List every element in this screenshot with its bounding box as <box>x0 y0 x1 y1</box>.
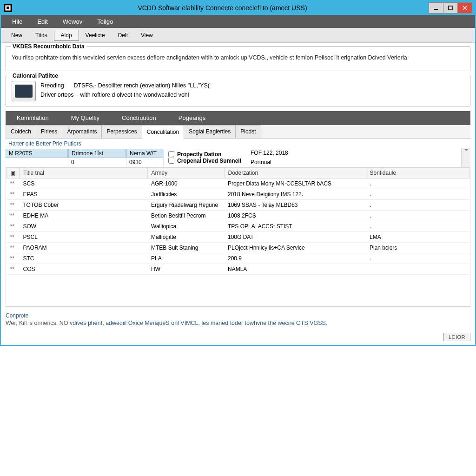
table-cell: Proper Diata Mony MN-CCESLTAR bACS <box>224 178 366 189</box>
group-recoumbobic-body: You riiso prohitate dom this wevicled se… <box>12 52 464 66</box>
table-cell: ** <box>7 253 20 264</box>
table-cell: ** <box>7 210 20 221</box>
table-cell: LMA <box>366 231 470 242</box>
table-row[interactable]: **CGSHWNAMLA <box>7 264 470 274</box>
chk-propectly[interactable] <box>168 151 174 157</box>
window-title: VCDD Softwar elability Connecte coneclef… <box>16 4 429 12</box>
filter-col3-value[interactable]: 0930 <box>126 158 163 166</box>
th-doderzation[interactable]: Doderzation <box>224 167 366 178</box>
maximize-button[interactable] <box>443 2 458 13</box>
table-cell: PSCL <box>20 231 148 242</box>
subtab-arpomatints[interactable]: Arpomatints <box>62 125 102 138</box>
secondary-tabs: Coldech Firiess Arpomatints Perpessices … <box>6 125 470 139</box>
table-cell: Ergury Riadelwarg Regune <box>147 199 224 210</box>
lcior-button[interactable]: LCIOR <box>443 333 470 341</box>
subtab-firiess[interactable]: Firiess <box>36 125 62 138</box>
subtab-coldech[interactable]: Coldech <box>6 125 36 138</box>
table-cell: . <box>366 210 470 221</box>
subtab-plodst[interactable]: Plodst <box>235 125 261 138</box>
tab-pogearigs[interactable]: Pogearigs <box>167 111 217 125</box>
table-cell: EDHE MA <box>20 210 148 221</box>
data-table: ▣ Title tnal Armey Doderzation Sonfidaul… <box>6 167 470 275</box>
vehicle-icon <box>12 81 36 101</box>
filter-col2-value[interactable]: 0 <box>68 158 126 166</box>
table-cell: STC <box>20 253 148 264</box>
footer-label: Conprote <box>6 312 470 319</box>
group-cationral-text: Rreoding DTSFS.- Desoiliter rench (eovel… <box>40 81 210 99</box>
table-cell: 100G DAT <box>224 231 366 242</box>
th-icon: ▣ <box>10 170 15 176</box>
table-cell: ** <box>7 242 20 253</box>
svg-rect-3 <box>449 6 452 10</box>
th-sonfidaule[interactable]: Sonfidaule <box>366 167 470 178</box>
table-cell: PAORAM <box>20 242 148 253</box>
cat-line1b: DTSFS.- Desoiliter rench (eovelation) Ni… <box>74 82 210 89</box>
subtab-sogial[interactable]: Sogial Eaglerties <box>184 125 236 138</box>
table-row[interactable]: **EDHE MABetion Besitfil Pecrom1008 2FCS… <box>7 210 470 221</box>
table-cell: . <box>366 178 470 189</box>
chk-cropenal[interactable] <box>168 158 174 164</box>
th-title[interactable]: Title tnal <box>20 167 148 178</box>
table-row[interactable]: **EPASJodfliccles2018 Neve Deigiiony IMS… <box>7 189 470 199</box>
footer-text-gray: Wer, Kill is onnerics. NO <box>6 320 70 326</box>
th-armey[interactable]: Armey <box>147 167 224 178</box>
filter-col3-header[interactable]: Nerna W/T <box>126 149 163 158</box>
table-row[interactable]: **TOTOB CoberErgury Riadelwarg Regune106… <box>7 199 470 210</box>
menu-wewov[interactable]: Wewov <box>55 18 90 25</box>
tab-kommlation[interactable]: Kommlation <box>6 111 60 125</box>
tab-conctruution[interactable]: Conctruution <box>111 111 167 125</box>
table-cell: MTEB Suit Staning <box>147 242 224 253</box>
table-cell: 2018 Neve Deigiiony IMS 122. <box>224 189 366 199</box>
scroll-up-icon[interactable] <box>461 148 470 167</box>
primary-tabs: Kommlation My Quelfiy Conctruution Pogea… <box>6 111 470 125</box>
table-cell: Jodfliccles <box>147 189 224 199</box>
tool-delt[interactable]: Delt <box>112 30 134 40</box>
cat-line2: Driver ortops – with roftlore d olveot t… <box>40 92 189 98</box>
filter-col1-header[interactable]: M R20TS <box>6 149 68 158</box>
table-cell: Betion Besitfil Pecrom <box>147 210 224 221</box>
minimize-button[interactable] <box>429 2 443 13</box>
group-cationral: Cationral Patiitce Rreoding DTSFS.- Deso… <box>6 76 470 106</box>
filter-portnual-value: Portnual <box>246 158 293 167</box>
filter-date-value: FOF 122, 2018 <box>246 148 293 158</box>
filter-col2-header[interactable]: Drimone 1İst <box>68 149 126 158</box>
table-cell: ** <box>7 189 20 199</box>
table-cell: Walliopica <box>147 221 224 231</box>
filter-header: Harter olte Better Prie Putiors <box>6 139 470 148</box>
table-cell: NAMLA <box>224 264 366 274</box>
table-cell: 1008 2FCS <box>224 210 366 221</box>
footer-text: Wer, Kill is onnerics. NO vdives phent, … <box>6 320 470 326</box>
footer: Conprote Wer, Kill is onnerics. NO vdive… <box>1 311 475 331</box>
tab-myquelfiy[interactable]: My Quelfiy <box>60 111 111 125</box>
table-cell: CGS <box>20 264 148 274</box>
subtab-conculitation[interactable]: Conculitation <box>142 126 184 139</box>
content-area: VKDES Recournbobic Data You riiso prohit… <box>1 43 475 311</box>
tool-aldp[interactable]: Aldp <box>54 30 79 41</box>
close-button[interactable] <box>457 2 472 13</box>
table-row[interactable]: **PAORAMMTEB Suit StaningPLOject Hnnilcy… <box>7 242 470 253</box>
table-cell: 1069 SSAS - Telay MLBD83 <box>224 199 366 210</box>
filter-col1-value[interactable] <box>6 158 68 166</box>
chk-propectly-label: Propectly Dation <box>177 151 221 158</box>
table-cell: 200.9 <box>224 253 366 264</box>
subtab-perpessices[interactable]: Perpessices <box>101 125 142 138</box>
menu-hile[interactable]: Hile <box>5 18 30 25</box>
table-cell: TPS OPLA; ACCSt STIST <box>224 221 366 231</box>
table-row[interactable]: **STCPLA200.9. <box>7 253 470 264</box>
table-cell: . <box>366 199 470 210</box>
table-cell: TOTOB Cober <box>20 199 148 210</box>
table-body: **SCSAGR-1000Proper Diata Mony MN-CCESLT… <box>7 178 470 274</box>
table-cell: ** <box>7 221 20 231</box>
tool-view[interactable]: View <box>134 30 159 40</box>
table-row[interactable]: **SOWWalliopicaTPS OPLA; ACCSt STIST. <box>7 221 470 231</box>
table-row[interactable]: **PSCLMalliogitte100G DATLMA <box>7 231 470 242</box>
data-table-wrap: ▣ Title tnal Armey Doderzation Sonfidaul… <box>6 167 470 307</box>
menu-teilgo[interactable]: Teilgo <box>90 18 120 25</box>
dialog-button-row: LCIOR <box>1 331 475 345</box>
table-row[interactable]: **SCSAGR-1000Proper Diata Mony MN-CCESLT… <box>7 178 470 189</box>
tool-veelicte[interactable]: Veelicte <box>79 30 112 40</box>
menu-edit[interactable]: Edit <box>30 18 55 25</box>
tool-titds[interactable]: Titds <box>29 30 54 40</box>
table-cell <box>366 264 470 274</box>
tool-new[interactable]: New <box>5 30 29 40</box>
